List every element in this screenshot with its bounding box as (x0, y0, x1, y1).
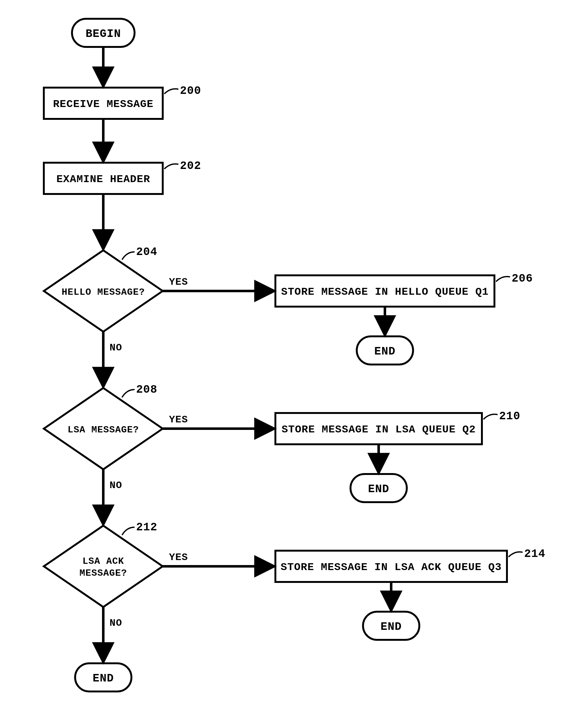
end-terminator-lsa: END (351, 474, 407, 502)
ref-leader (122, 252, 134, 260)
store-hello-box: STORE MESSAGE IN HELLO QUEUE Q1 (275, 275, 495, 306)
ref-leader (508, 552, 523, 557)
lsa-decision: LSA MESSAGE? (44, 388, 163, 469)
ref-214: 214 (524, 548, 545, 561)
ref-200: 200 (180, 84, 201, 97)
hello-decision-text: HELLO MESSAGE? (62, 287, 145, 298)
end-terminator-hello: END (357, 336, 413, 364)
end-terminator-bottom: END (75, 663, 131, 692)
yes-label: YES (169, 276, 188, 288)
ref-leader (483, 414, 498, 419)
ref-210: 210 (499, 410, 520, 423)
begin-label: BEGIN (85, 27, 121, 40)
ref-leader (122, 527, 134, 535)
ref-leader (164, 164, 178, 169)
ref-202: 202 (180, 160, 201, 172)
lsa-ack-line1: LSA ACK (82, 556, 124, 567)
hello-decision: HELLO MESSAGE? (44, 250, 163, 332)
yes-label: YES (169, 552, 188, 563)
end-label: END (368, 483, 389, 495)
receive-box: RECEIVE MESSAGE (44, 88, 163, 119)
store-lsa-ack-box: STORE MESSAGE IN LSA ACK QUEUE Q3 (275, 551, 507, 582)
ref-212: 212 (136, 521, 158, 534)
ref-leader (496, 277, 510, 281)
examine-text: EXAMINE HEADER (56, 173, 150, 185)
store-hello-text: STORE MESSAGE IN HELLO QUEUE Q1 (281, 286, 489, 298)
store-lsa-box: STORE MESSAGE IN LSA QUEUE Q2 (275, 413, 482, 444)
ref-leader (122, 389, 134, 397)
examine-box: EXAMINE HEADER (44, 163, 163, 194)
no-label: NO (109, 342, 122, 354)
ref-206: 206 (512, 272, 533, 285)
receive-text: RECEIVE MESSAGE (53, 98, 153, 110)
begin-terminator: BEGIN (72, 19, 134, 47)
no-label: NO (109, 617, 122, 629)
store-lsa-text: STORE MESSAGE IN LSA QUEUE Q2 (282, 424, 476, 436)
end-label: END (92, 672, 114, 685)
yes-label: YES (169, 414, 188, 425)
ref-leader (164, 89, 178, 94)
end-terminator-lsa-ack: END (363, 612, 419, 640)
end-label: END (374, 345, 396, 358)
no-label: NO (109, 480, 122, 491)
lsa-ack-line2: MESSAGE? (80, 568, 127, 578)
ref-208: 208 (136, 383, 158, 396)
lsa-decision-text: LSA MESSAGE? (68, 425, 139, 435)
store-lsa-ack-text: STORE MESSAGE IN LSA ACK QUEUE Q3 (281, 561, 502, 573)
lsa-ack-decision: LSA ACK MESSAGE? (44, 526, 163, 607)
end-label: END (380, 620, 402, 633)
ref-204: 204 (136, 246, 158, 258)
